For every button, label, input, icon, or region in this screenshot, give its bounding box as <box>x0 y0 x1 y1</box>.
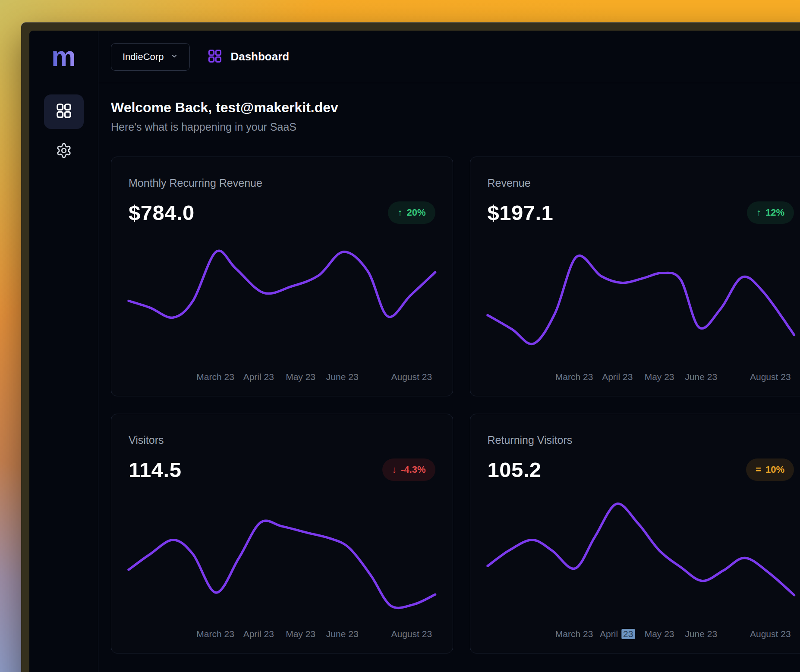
x-axis-ticks: March 23April 23May 23June 23August 23 <box>488 372 794 385</box>
welcome-title: Welcome Back, test@makerkit.dev <box>111 100 800 116</box>
x-axis-tick: August 23 <box>750 629 791 639</box>
x-axis-tick: March 23 <box>196 629 234 639</box>
card-title: Revenue <box>488 177 794 189</box>
card-title: Visitors <box>129 434 435 446</box>
x-axis-tick: April23 <box>600 629 635 639</box>
x-axis-tick: June 23 <box>685 372 717 382</box>
x-axis-ticks: March 23April 23May 23June 23August 23 <box>129 629 435 642</box>
arrow-up-icon: ↑ <box>756 208 761 217</box>
x-axis-tick: May 23 <box>645 372 674 382</box>
x-axis-ticks: March 23April23May 23June 23August 23 <box>488 629 794 642</box>
x-axis-tick: April 23 <box>602 372 633 382</box>
metric-card-visitors: Visitors 114.5 ↓ -4.3% March 23April 23M… <box>111 414 453 653</box>
trend-badge-value: 10% <box>765 464 784 475</box>
x-axis-tick: May 23 <box>286 629 315 639</box>
x-axis-tick: March 23 <box>555 629 593 639</box>
x-axis-tick: August 23 <box>391 372 432 382</box>
team-selector-button[interactable]: IndieCorp <box>111 43 190 71</box>
arrow-down-icon: ↓ <box>392 465 397 474</box>
makerkit-logo: m <box>51 43 76 70</box>
value-row: $784.0 ↑ 20% <box>129 201 435 225</box>
chevron-down-icon <box>170 51 178 63</box>
metrics-grid: Monthly Recurring Revenue $784.0 ↑ 20% M… <box>111 157 800 653</box>
card-title: Monthly Recurring Revenue <box>129 177 435 189</box>
page-indicator-dashboard[interactable]: Dashboard <box>207 48 289 66</box>
arrow-up-icon: ↑ <box>397 208 402 217</box>
x-axis-tick: March 23 <box>555 372 593 382</box>
x-axis-tick: August 23 <box>391 629 432 639</box>
line-chart-revenue <box>488 235 794 367</box>
trend-badge: ↑ 20% <box>388 201 435 224</box>
metric-value: $784.0 <box>129 201 195 225</box>
app-surface: m <box>29 31 800 672</box>
dashboard-content: Welcome Back, test@makerkit.dev Here's w… <box>98 83 800 672</box>
metric-card-returning-visitors: Returning Visitors 105.2 = 10% March 23A… <box>470 414 800 653</box>
trend-badge: ↓ -4.3% <box>382 458 435 481</box>
equals-icon: = <box>756 465 761 474</box>
line-chart-mrr <box>129 235 435 367</box>
metric-value: 114.5 <box>129 458 181 482</box>
value-row: 114.5 ↓ -4.3% <box>129 458 435 482</box>
gear-icon <box>56 142 72 160</box>
x-axis-tick: June 23 <box>326 372 359 382</box>
x-axis-tick: March 23 <box>196 372 234 382</box>
x-axis-tick: April 23 <box>243 372 274 382</box>
trend-badge-value: 12% <box>765 207 784 218</box>
x-axis-tick: May 23 <box>645 629 674 639</box>
x-axis-tick: June 23 <box>326 629 359 639</box>
metric-value: $197.1 <box>488 201 554 225</box>
line-chart-returning-visitors <box>488 492 794 624</box>
team-selector-label: IndieCorp <box>123 51 164 63</box>
value-row: 105.2 = 10% <box>488 458 794 482</box>
card-title: Returning Visitors <box>488 434 794 446</box>
trend-badge: = 10% <box>746 458 794 481</box>
metric-value: 105.2 <box>488 458 542 482</box>
sidebar-item-settings[interactable] <box>54 141 74 162</box>
trend-badge: ↑ 12% <box>747 201 794 224</box>
grid-icon <box>55 102 72 121</box>
line-chart-visitors <box>129 492 435 624</box>
x-axis-tick: August 23 <box>750 372 791 382</box>
trend-badge-value: 20% <box>406 207 425 218</box>
app-window: m <box>21 22 800 672</box>
sidebar: m <box>29 31 98 672</box>
metric-card-revenue: Revenue $197.1 ↑ 12% March 23April 23May… <box>470 157 800 396</box>
x-axis-tick: June 23 <box>685 629 717 639</box>
welcome-subtitle: Here's what is happening in your SaaS <box>111 121 800 133</box>
topbar: IndieCorp Dashboard <box>98 31 800 83</box>
trend-badge-value: -4.3% <box>401 464 425 475</box>
sidebar-item-dashboard[interactable] <box>44 94 84 129</box>
main-area: IndieCorp Dashboard <box>98 31 800 672</box>
x-axis-tick: April 23 <box>243 629 274 639</box>
selected-text-chip: 23 <box>621 629 635 639</box>
value-row: $197.1 ↑ 12% <box>488 201 794 225</box>
x-axis-ticks: March 23April 23May 23June 23August 23 <box>129 372 435 385</box>
metric-card-mrr: Monthly Recurring Revenue $784.0 ↑ 20% M… <box>111 157 453 396</box>
x-axis-tick: May 23 <box>286 372 315 382</box>
grid-icon <box>207 48 223 66</box>
page-title: Dashboard <box>230 50 289 63</box>
